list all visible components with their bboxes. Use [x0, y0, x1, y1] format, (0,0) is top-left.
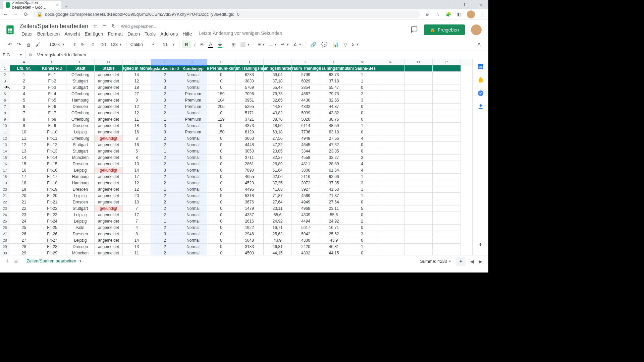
- formula-input[interactable]: Vertragslaufzeit in Jahren: [36, 52, 88, 57]
- cell[interactable]: 14: [123, 72, 151, 78]
- cell[interactable]: angemeldet: [95, 180, 123, 186]
- cell[interactable]: 0: [207, 155, 235, 161]
- cell[interactable]: Normal: [179, 218, 207, 225]
- cell[interactable]: [405, 205, 433, 212]
- cell[interactable]: 4949: [292, 135, 320, 142]
- cell[interactable]: Leipzig: [66, 237, 95, 244]
- cell[interactable]: 2: [151, 193, 179, 199]
- cell[interactable]: Offenburg: [66, 110, 95, 116]
- row-header-28[interactable]: 28: [0, 237, 10, 244]
- cell[interactable]: [405, 135, 433, 142]
- sheets-logo[interactable]: [4, 24, 16, 36]
- cell[interactable]: Fit-10: [38, 129, 66, 135]
- cell[interactable]: [405, 199, 433, 205]
- cell[interactable]: 55,47: [264, 84, 292, 91]
- cell[interactable]: 25,62: [264, 231, 292, 237]
- cell[interactable]: 32,65: [320, 97, 348, 104]
- cell[interactable]: 3053: [235, 148, 264, 155]
- cell[interactable]: 4569: [292, 193, 320, 199]
- cell[interactable]: [405, 180, 433, 186]
- cell[interactable]: [433, 231, 461, 237]
- cell[interactable]: [433, 193, 461, 199]
- cell[interactable]: 6129: [235, 129, 264, 135]
- cell[interactable]: [405, 104, 433, 110]
- cell[interactable]: 5114: [292, 123, 320, 129]
- cell[interactable]: 0: [348, 250, 376, 255]
- header-cell[interactable]: Trainingsminut: [320, 65, 348, 72]
- cell[interactable]: 16,71: [264, 225, 292, 231]
- cell[interactable]: 3721: [235, 116, 264, 123]
- cell[interactable]: 1922: [235, 225, 264, 231]
- cell[interactable]: 22: [10, 205, 38, 212]
- cell[interactable]: 2: [348, 91, 376, 97]
- cell[interactable]: 32,27: [320, 155, 348, 161]
- cell[interactable]: 2946: [235, 231, 264, 237]
- close-window-button[interactable]: ✕: [473, 0, 488, 9]
- cell[interactable]: 2: [151, 72, 179, 78]
- cell[interactable]: 0: [348, 84, 376, 91]
- cell[interactable]: [405, 148, 433, 155]
- cell[interactable]: [433, 212, 461, 218]
- cell[interactable]: [376, 84, 405, 91]
- zoom-select[interactable]: 100%▼: [48, 42, 66, 47]
- cell[interactable]: Fit-8: [38, 116, 66, 123]
- header-cell[interactable]: [433, 65, 461, 72]
- cell[interactable]: Fit-7: [38, 110, 66, 116]
- cell[interactable]: angemeldet: [95, 237, 123, 244]
- cell[interactable]: Normal: [179, 231, 207, 237]
- cell[interactable]: 8: [123, 155, 151, 161]
- cell[interactable]: 4302: [292, 250, 320, 255]
- minimize-button[interactable]: ─: [443, 0, 458, 9]
- cell[interactable]: 7: [123, 218, 151, 225]
- cell[interactable]: [376, 237, 405, 244]
- cell[interactable]: 3854: [292, 84, 320, 91]
- cell[interactable]: 71,87: [320, 193, 348, 199]
- cell[interactable]: 2: [151, 135, 179, 142]
- cell[interactable]: Dresden: [66, 186, 95, 193]
- cell[interactable]: 18: [123, 123, 151, 129]
- cell[interactable]: Normal: [179, 155, 207, 161]
- cell[interactable]: 159: [207, 91, 235, 97]
- cell[interactable]: [376, 199, 405, 205]
- menu-item-daten[interactable]: Daten: [125, 31, 142, 37]
- active-sheet-tab[interactable]: Zeilen/Spalten bearbeiten ▼: [22, 256, 86, 266]
- undo-button[interactable]: ↶: [6, 40, 14, 49]
- cell[interactable]: [376, 116, 405, 123]
- cell[interactable]: 3951: [235, 97, 264, 104]
- cell[interactable]: 43,9: [264, 237, 292, 244]
- cell[interactable]: angemeldet: [95, 84, 123, 91]
- cell[interactable]: [433, 135, 461, 142]
- cell[interactable]: 6: [10, 104, 38, 110]
- number-format-select[interactable]: 123▼: [109, 42, 123, 47]
- cell[interactable]: 3072: [292, 180, 320, 186]
- decrease-decimal-button[interactable]: .0: [89, 40, 96, 49]
- cell[interactable]: 27: [10, 237, 38, 244]
- row-header-5[interactable]: 5: [0, 91, 10, 97]
- cell[interactable]: 3: [151, 231, 179, 237]
- cell[interactable]: angemeldet: [95, 155, 123, 161]
- cell[interactable]: 0: [207, 174, 235, 180]
- cell[interactable]: München: [66, 155, 95, 161]
- cell[interactable]: 48,59: [264, 123, 292, 129]
- cell[interactable]: angemeldet: [95, 72, 123, 78]
- cell[interactable]: 0: [207, 193, 235, 199]
- menu-item-bearbeiten[interactable]: Bearbeiten: [35, 31, 62, 37]
- cell[interactable]: angemeldet: [95, 199, 123, 205]
- cell[interactable]: angemeldet: [95, 78, 123, 84]
- move-icon[interactable]: 🗀: [102, 23, 107, 29]
- column-header-H[interactable]: H: [207, 59, 235, 65]
- row-header-13[interactable]: 13: [0, 142, 10, 148]
- cell[interactable]: 14: [123, 167, 151, 174]
- cell[interactable]: Normal: [179, 237, 207, 244]
- cell[interactable]: [376, 225, 405, 231]
- cell[interactable]: Fit-20: [38, 193, 66, 199]
- cell[interactable]: angemeldet: [95, 91, 123, 97]
- cell[interactable]: 23: [10, 212, 38, 218]
- cell[interactable]: angemeldet: [95, 212, 123, 218]
- header-cell[interactable]: Kunden-ID: [38, 65, 66, 72]
- cell[interactable]: 27,64: [320, 199, 348, 205]
- cell[interactable]: angemeldet: [95, 244, 123, 250]
- row-header-6[interactable]: 6: [0, 97, 10, 104]
- cell[interactable]: 2: [151, 155, 179, 161]
- cell[interactable]: [405, 212, 433, 218]
